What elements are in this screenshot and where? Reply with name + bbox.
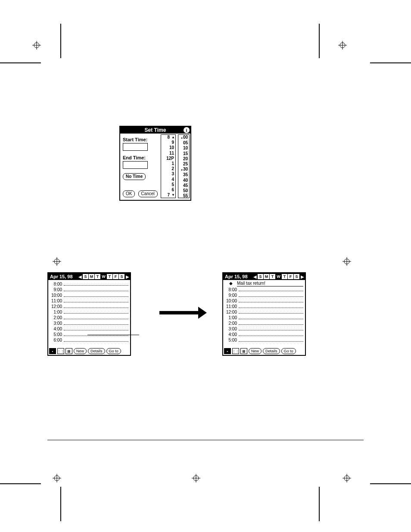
footer-rule [47,440,364,440]
scroll-up-icon[interactable]: ▲ [171,135,175,140]
hour-option[interactable]: 1 [161,161,174,166]
minute-option[interactable]: 00 [178,135,188,140]
day-button[interactable]: S [293,274,300,280]
hour-option[interactable]: 3 [161,171,174,177]
time-slot[interactable] [64,337,128,342]
month-view-icon[interactable]: ▦ [240,348,247,354]
time-slot[interactable] [64,286,128,291]
callout-line [87,335,139,335]
minute-option[interactable]: 30 [178,167,188,172]
day-button[interactable]: W [275,274,282,280]
day-button[interactable]: W [100,274,107,280]
minute-option[interactable]: 10 [178,146,188,151]
time-slot[interactable] [64,298,128,302]
dayview-before: Apr 15, 98 ◀ S M T W T F S ▶ 8:00 9:00 1… [47,272,131,356]
day-button[interactable]: T [281,274,288,280]
details-button[interactable]: Details [88,348,105,354]
crop-mark [319,24,320,58]
crop-mark [370,62,411,63]
hour-option[interactable]: 4 [161,177,174,182]
hour-option[interactable]: 5 [161,182,174,187]
time-slot[interactable] [64,320,128,325]
scroll-down-icon[interactable]: ▼ [171,193,175,198]
time-slot[interactable] [64,331,128,336]
next-week-icon[interactable]: ▶ [125,274,130,279]
time-label: 10:00 [225,299,239,303]
dayview-header: Apr 15, 98 ◀ S M T W T F S ▶ [223,273,305,280]
minute-option[interactable]: 55 [178,193,188,199]
hour-option[interactable]: 12P [161,156,174,161]
crop-mark [319,487,320,521]
crop-mark [370,483,411,484]
hour-option[interactable]: 6 [161,187,174,193]
week-view-icon[interactable]: ⋮⋮ [232,348,239,354]
time-slot[interactable] [239,337,303,342]
time-slot[interactable] [239,326,303,330]
time-slot[interactable] [239,309,303,314]
registration-mark-icon [342,257,351,266]
time-slot[interactable] [64,309,128,314]
day-button[interactable]: T [94,274,101,280]
minute-option[interactable]: 40 [178,178,188,183]
time-label: 10:00 [50,293,64,298]
day-button[interactable]: T [106,274,113,280]
time-label: 2:00 [225,321,239,326]
day-button[interactable]: M [88,274,95,280]
minute-option[interactable]: 35 [178,172,188,177]
no-time-button[interactable]: No Time [123,173,146,180]
time-label: 5:00 [50,332,64,337]
hour-option[interactable]: 2 [161,166,174,171]
day-view-icon[interactable]: • [224,348,231,354]
ok-button[interactable]: OK [123,190,135,197]
time-slot[interactable] [64,303,128,308]
registration-mark-icon [53,257,61,266]
time-slot[interactable] [64,292,128,297]
day-button[interactable]: F [112,274,119,280]
time-slot[interactable] [239,331,303,336]
cancel-button[interactable]: Cancel [138,190,158,197]
hour-option[interactable]: 9 [161,140,174,145]
day-button[interactable]: M [263,274,270,280]
start-time-field[interactable] [123,143,148,151]
end-time-field[interactable] [123,161,148,169]
day-button[interactable]: S [82,274,89,280]
day-button[interactable]: S [257,274,264,280]
hour-picker[interactable]: ▲ 8 9 10 11 12P 1 2 3 4 5 6 7 ▼ [161,134,176,198]
hour-option[interactable]: 11 [161,151,174,156]
day-button[interactable]: S [118,274,125,280]
details-button[interactable]: Details [263,348,280,354]
info-icon[interactable]: i [184,127,190,133]
week-view-icon[interactable]: ⋮⋮ [57,348,64,354]
minute-option[interactable]: 05 [178,140,188,146]
time-label: 1:00 [225,315,239,320]
month-view-icon[interactable]: ▦ [65,348,72,354]
time-slot[interactable] [239,314,303,319]
minute-option[interactable]: 20 [178,156,188,162]
minute-option[interactable]: 45 [178,183,188,188]
minute-option[interactable]: 25 [178,162,188,167]
hour-option[interactable]: 10 [161,145,174,150]
goto-button[interactable]: Go to [281,348,296,354]
minute-option[interactable]: 15 [178,151,188,156]
time-slot[interactable] [64,281,128,286]
dayview-body: 8:00 9:00 10:00 11:00 12:00 1:00 2:00 3:… [48,280,130,342]
goto-button[interactable]: Go to [106,348,121,354]
day-button[interactable]: T [269,274,276,280]
time-slot[interactable] [64,314,128,319]
new-button[interactable]: New [249,348,262,354]
time-label: 8:00 [225,287,239,292]
time-slot[interactable] [239,320,303,325]
time-slot[interactable] [239,292,303,297]
event-text[interactable]: Mail tax return! [237,281,303,286]
crop-mark [60,487,61,521]
minute-option[interactable]: 50 [178,188,188,193]
day-view-icon[interactable]: • [49,348,56,354]
time-slot[interactable] [239,286,303,291]
time-slot[interactable] [239,298,303,302]
time-slot[interactable] [239,303,303,308]
new-button[interactable]: New [74,348,87,354]
minute-picker[interactable]: 00 05 10 15 20 25 30 35 40 45 50 55 [178,134,190,198]
time-slot[interactable] [64,326,128,330]
day-button[interactable]: F [287,274,294,280]
next-week-icon[interactable]: ▶ [300,274,305,279]
